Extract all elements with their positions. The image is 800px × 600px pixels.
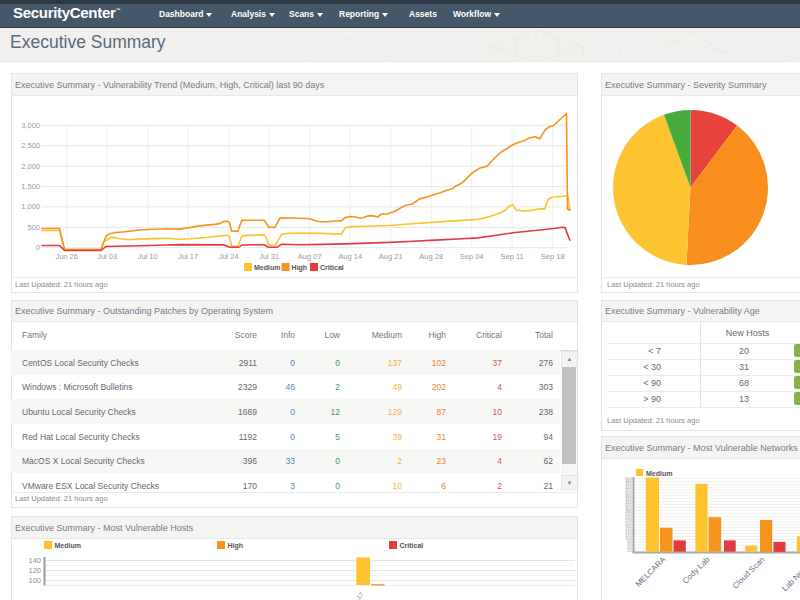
svg-text:Aug 07: Aug 07 <box>298 252 322 261</box>
svg-text:Medium: Medium <box>646 470 672 477</box>
svg-text:3,000: 3,000 <box>21 121 40 130</box>
svg-text:Jul 17: Jul 17 <box>178 252 198 261</box>
svg-text:17: 17 <box>355 590 365 600</box>
svg-text:Aug 14: Aug 14 <box>338 252 362 261</box>
svg-text:MELCARA: MELCARA <box>634 555 668 589</box>
svg-text:Jul 03: Jul 03 <box>97 252 117 261</box>
svg-text:Jul 24: Jul 24 <box>219 252 239 261</box>
svg-text:Jul 31: Jul 31 <box>259 252 279 261</box>
svg-text:1,000: 1,000 <box>21 202 40 211</box>
svg-text:20: 20 <box>627 548 632 553</box>
svg-text:100: 100 <box>28 576 41 585</box>
svg-text:Sep 11: Sep 11 <box>501 252 524 261</box>
svg-text:2,500: 2,500 <box>21 141 40 150</box>
svg-text:Lab Network: Lab Network <box>780 554 800 593</box>
svg-text:Sep 18: Sep 18 <box>541 252 565 261</box>
svg-text:Cloud Scan: Cloud Scan <box>731 555 767 591</box>
svg-text:High: High <box>228 542 244 550</box>
svg-text:Aug 21: Aug 21 <box>379 252 403 261</box>
svg-text:Critical: Critical <box>400 542 424 549</box>
svg-text:Critical: Critical <box>320 264 344 271</box>
svg-text:Jul 10: Jul 10 <box>138 252 158 261</box>
svg-text:120: 120 <box>28 566 41 575</box>
svg-text:Jun 26: Jun 26 <box>55 252 78 261</box>
svg-text:Cody Lab: Cody Lab <box>681 555 712 586</box>
svg-text:500: 500 <box>27 223 40 232</box>
svg-text:Aug 28: Aug 28 <box>419 252 443 261</box>
svg-text:2,000: 2,000 <box>21 162 40 171</box>
svg-text:Sep 04: Sep 04 <box>460 252 484 261</box>
svg-text:140: 140 <box>28 556 41 565</box>
svg-text:Medium: Medium <box>254 264 280 271</box>
svg-text:Medium: Medium <box>55 542 81 549</box>
svg-text:High: High <box>292 264 308 272</box>
svg-text:0: 0 <box>36 243 40 252</box>
svg-text:1,500: 1,500 <box>21 182 40 191</box>
